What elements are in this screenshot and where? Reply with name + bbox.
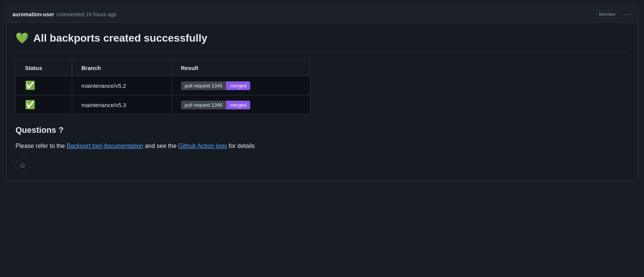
questions-heading: Questions ? <box>15 125 629 135</box>
emoji-reaction-button[interactable]: ☺ <box>15 159 30 173</box>
author-name: auromation-user <box>12 11 54 17</box>
more-options-button[interactable]: ··· <box>624 11 632 19</box>
status-cell: ✅ <box>16 95 72 115</box>
questions-text-middle: and see the <box>145 143 178 149</box>
main-heading: 💚 All backports created successfully <box>15 32 629 44</box>
heading-text: All backports created successfully <box>33 32 207 44</box>
heading-emoji: 💚 <box>15 32 29 44</box>
check-icon: ✅ <box>25 100 35 109</box>
pr-label[interactable]: pull request 1346 <box>181 101 226 109</box>
result-cell: pull request 1346merged <box>172 95 310 115</box>
col-header-status: Status <box>16 60 72 76</box>
table-row: ✅maintenance/v5.3pull request 1346merged <box>16 95 310 115</box>
result-cell: pull request 1345merged <box>172 76 310 95</box>
section-divider <box>15 52 629 52</box>
table-header-row: Status Branch Result <box>16 60 310 76</box>
comment-container: auromation-user commented 19 hours ago M… <box>6 6 638 181</box>
branch-cell: maintenance/v5.2 <box>72 76 172 95</box>
check-icon: ✅ <box>25 81 35 90</box>
questions-text-after: for details <box>229 143 255 149</box>
comment-header-right: Member ··· <box>595 10 632 19</box>
table-row: ✅maintenance/v5.2pull request 1345merged <box>16 76 310 95</box>
pr-label[interactable]: pull request 1345 <box>181 81 226 90</box>
questions-text: Please refer to the Backport tool docume… <box>15 141 629 151</box>
col-header-result: Result <box>172 60 310 76</box>
merged-badge: merged <box>226 101 250 109</box>
comment-header: auromation-user commented 19 hours ago M… <box>6 6 638 23</box>
comment-header-left: auromation-user commented 19 hours ago <box>12 11 116 17</box>
backport-doc-link[interactable]: Backport tool documentation <box>67 143 143 149</box>
col-header-branch: Branch <box>72 60 172 76</box>
comment-body: 💚 All backports created successfully Sta… <box>6 23 638 181</box>
questions-text-before: Please refer to the <box>15 143 67 149</box>
branch-cell: maintenance/v5.3 <box>72 95 172 115</box>
member-badge[interactable]: Member <box>595 10 620 19</box>
comment-meta: commented 19 hours ago <box>56 11 116 17</box>
emoji-reaction-icon: ☺ <box>19 162 26 170</box>
result-table: Status Branch Result ✅maintenance/v5.2pu… <box>15 60 310 115</box>
github-action-logs-link[interactable]: Github Action logs <box>178 143 227 149</box>
status-cell: ✅ <box>16 76 72 95</box>
merged-badge: merged <box>226 81 250 90</box>
